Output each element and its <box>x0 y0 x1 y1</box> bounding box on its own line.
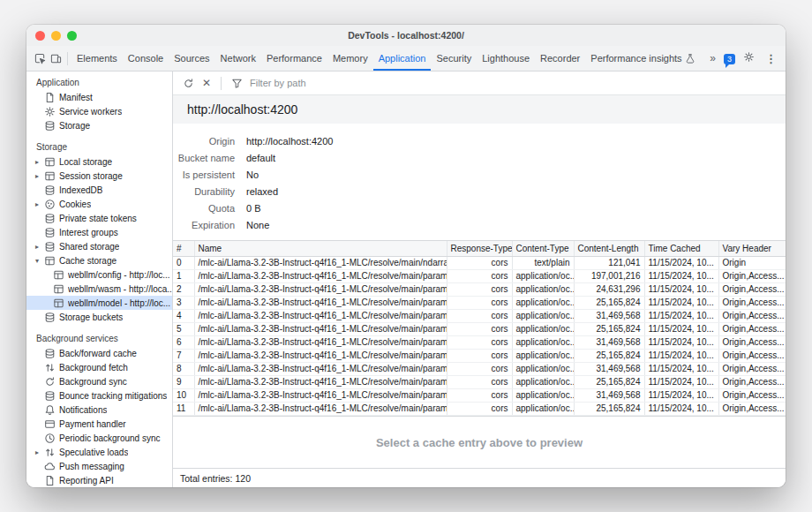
cache-entry-row-0[interactable]: 0/mlc-ai/Llama-3.2-3B-Instruct-q4f16_1-M… <box>173 256 786 269</box>
sidebar-item-webllm-model-http-loc[interactable]: webllm/model - http://loc... <box>26 296 172 310</box>
cell-content-type: application/oc... <box>512 349 574 362</box>
sidebar-item-label: Cookies <box>59 200 91 209</box>
sidebar-item-cache-storage[interactable]: ▾Cache storage <box>26 253 172 267</box>
sidebar-item-shared-storage[interactable]: ▸Shared storage <box>26 239 172 253</box>
sidebar-item-storage-buckets[interactable]: Storage buckets <box>26 310 172 324</box>
tab-performance[interactable]: Performance <box>261 46 327 71</box>
cell-name: /mlc-ai/Llama-3.2-3B-Instruct-q4f16_1-ML… <box>194 282 447 296</box>
kebab-menu-icon[interactable]: ⋮ <box>765 52 777 65</box>
settings-gear-icon[interactable] <box>743 51 757 65</box>
cache-entry-row-2[interactable]: 2/mlc-ai/Llama-3.2-3B-Instruct-q4f16_1-M… <box>173 282 786 296</box>
cell-response-type: cors <box>447 402 512 415</box>
sidebar-item-manifest[interactable]: Manifest <box>26 90 172 104</box>
sidebar-item-indexeddb[interactable]: IndexedDB <box>26 183 172 197</box>
cache-entry-row-1[interactable]: 1/mlc-ai/Llama-3.2-3B-Instruct-q4f16_1-M… <box>173 269 786 282</box>
cache-entry-row-3[interactable]: 3/mlc-ai/Llama-3.2-3B-Instruct-q4f16_1-M… <box>173 296 786 309</box>
chevron-right-icon[interactable]: ▸ <box>35 200 44 208</box>
column-header-vary-header[interactable]: Vary Header <box>718 241 786 256</box>
inspect-element-icon[interactable] <box>32 51 48 65</box>
tab-lighthouse[interactable]: Lighthouse <box>477 46 535 71</box>
sidebar-item-webllm-wasm-http-loca[interactable]: webllm/wasm - http://loca... <box>26 282 172 296</box>
origin-title: http://localhost:4200 <box>187 102 297 117</box>
cell-vary-header: Origin,Access... <box>718 335 786 349</box>
cache-entry-row-7[interactable]: 7/mlc-ai/Llama-3.2-3B-Instruct-q4f16_1-M… <box>173 349 786 362</box>
column-header-response-type[interactable]: Response-Type <box>447 241 512 256</box>
tab-application[interactable]: Application <box>373 46 432 71</box>
tab-console[interactable]: Console <box>123 46 169 71</box>
database-icon <box>44 184 56 196</box>
column-header-time-cached[interactable]: Time Cached <box>644 241 718 256</box>
section-title-background-services[interactable]: Background services <box>26 332 172 346</box>
tab-sources[interactable]: Sources <box>169 46 214 71</box>
sidebar-item-service-workers[interactable]: Service workers <box>26 104 172 118</box>
sidebar-item-speculative-loads[interactable]: ▸Speculative loads <box>26 445 172 459</box>
chevron-right-icon[interactable]: ▸ <box>35 172 44 180</box>
cache-entry-row-10[interactable]: 10/mlc-ai/Llama-3.2-3B-Instruct-q4f16_1-… <box>173 388 786 402</box>
tab-security[interactable]: Security <box>431 46 477 71</box>
device-toolbar-icon[interactable] <box>48 51 64 65</box>
sidebar-item-cookies[interactable]: ▸Cookies <box>26 197 172 211</box>
sidebar-item-storage[interactable]: Storage <box>26 118 172 132</box>
cache-entry-row-11[interactable]: 11/mlc-ai/Llama-3.2-3B-Instruct-q4f16_1-… <box>173 402 786 415</box>
database-icon <box>44 312 56 323</box>
tab-network[interactable]: Network <box>215 46 261 71</box>
minimize-window-button[interactable] <box>51 31 61 41</box>
delete-selected-icon[interactable]: ✕ <box>199 77 214 89</box>
sidebar-item-reporting-api[interactable]: Reporting API <box>26 473 172 487</box>
sidebar-item-interest-groups[interactable]: Interest groups <box>26 225 172 239</box>
zoom-window-button[interactable] <box>67 31 77 41</box>
sidebar-item-label: Manifest <box>59 93 93 102</box>
close-window-button[interactable] <box>35 31 45 41</box>
meta-durability: Durabilityrelaxed <box>173 183 786 200</box>
sidebar-item-label: Push messaging <box>59 462 124 471</box>
sidebar-item-notifications[interactable]: Notifications <box>26 403 172 417</box>
cell-response-type: cors <box>447 269 512 282</box>
sidebar-item-label: Storage <box>59 121 90 131</box>
sidebar-item-webllm-config-http-loc[interactable]: webllm/config - http://loc... <box>26 267 172 282</box>
cache-entry-row-9[interactable]: 9/mlc-ai/Llama-3.2-3B-Instruct-q4f16_1-M… <box>173 375 786 388</box>
more-tabs-button[interactable]: » <box>710 52 716 64</box>
cell-time-cached: 11/15/2024, 10... <box>644 375 718 388</box>
sidebar-item-periodic-background-sync[interactable]: Periodic background sync <box>26 431 172 445</box>
sidebar-item-private-state-tokens[interactable]: Private state tokens <box>26 211 172 225</box>
column-header-content-type[interactable]: Content-Type <box>512 241 574 256</box>
cell-time-cached: 11/15/2024, 10... <box>644 309 718 322</box>
column-header-name[interactable]: Name <box>194 241 447 256</box>
cell-content-length: 31,469,568 <box>574 388 644 402</box>
cache-entry-row-6[interactable]: 6/mlc-ai/Llama-3.2-3B-Instruct-q4f16_1-M… <box>173 335 786 349</box>
filter-by-path-input[interactable]: Filter by path <box>250 78 306 88</box>
sidebar-item-local-storage[interactable]: ▸Local storage <box>26 154 172 169</box>
sidebar-item-back-forward-cache[interactable]: Back/forward cache <box>26 346 172 360</box>
chevron-down-icon[interactable]: ▾ <box>35 257 44 265</box>
section-title-storage[interactable]: Storage <box>26 140 172 154</box>
cell-index: 6 <box>173 335 194 349</box>
sidebar-item-payment-handler[interactable]: Payment handler <box>26 417 172 431</box>
chevron-right-icon[interactable]: ▸ <box>35 158 44 166</box>
cache-entry-row-4[interactable]: 4/mlc-ai/Llama-3.2-3B-Instruct-q4f16_1-M… <box>173 309 786 322</box>
sidebar-item-background-fetch[interactable]: Background fetch <box>26 360 172 374</box>
table-icon <box>44 255 56 267</box>
section-title-application[interactable]: Application <box>26 76 172 90</box>
tab-memory[interactable]: Memory <box>327 46 373 71</box>
column-header-content-length[interactable]: Content-Length <box>574 241 644 256</box>
tab-performance-insights[interactable]: Performance insights <box>585 46 700 71</box>
sidebar-item-push-messaging[interactable]: Push messaging <box>26 459 172 473</box>
sidebar-item-background-sync[interactable]: Background sync <box>26 374 172 388</box>
chevron-right-icon[interactable]: ▸ <box>35 448 44 456</box>
cache-entry-row-8[interactable]: 8/mlc-ai/Llama-3.2-3B-Instruct-q4f16_1-M… <box>173 362 786 375</box>
cache-entry-row-5[interactable]: 5/mlc-ai/Llama-3.2-3B-Instruct-q4f16_1-M… <box>173 322 786 335</box>
chevron-right-icon[interactable]: ▸ <box>35 243 44 251</box>
sidebar-item-label: Service workers <box>59 107 122 117</box>
cell-response-type: cors <box>447 375 512 388</box>
filter-funnel-icon[interactable] <box>229 76 244 90</box>
tab-recorder[interactable]: Recorder <box>535 46 585 71</box>
cell-name: /mlc-ai/Llama-3.2-3B-Instruct-q4f16_1-ML… <box>194 349 447 362</box>
sidebar-item-session-storage[interactable]: ▸Session storage <box>26 169 172 183</box>
refresh-icon[interactable] <box>180 76 196 90</box>
column-header-index[interactable]: # <box>173 241 194 256</box>
table-icon <box>44 170 56 182</box>
sidebar-item-bounce-tracking-mitigations[interactable]: Bounce tracking mitigations <box>26 388 172 403</box>
sidebar-item-label: Reporting API <box>59 476 114 486</box>
tab-elements[interactable]: Elements <box>71 46 123 71</box>
issues-badge[interactable]: 3 <box>724 53 735 64</box>
